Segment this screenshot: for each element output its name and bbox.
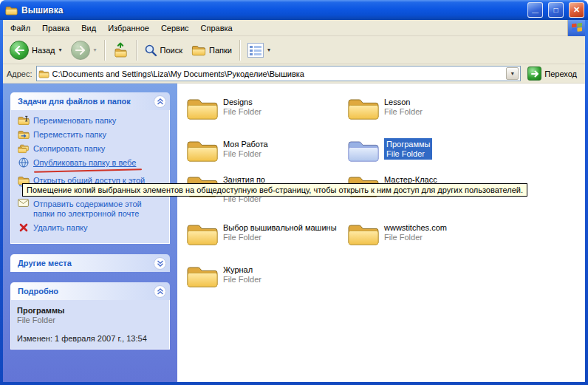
delete-x-icon [17, 222, 30, 233]
go-arrow-icon [527, 67, 541, 81]
windows-logo-icon [567, 20, 585, 36]
views-dropdown-icon[interactable]: ▾ [267, 47, 270, 53]
file-programmy-selected[interactable]: ПрограммыFile Folder [347, 138, 504, 163]
maximize-button[interactable]: □ [548, 2, 564, 18]
window-client-area: Файл Правка Вид Избранное Сервис Справка [3, 20, 585, 382]
task-pane: Задачи для файлов и папок Переименовать … [3, 84, 177, 382]
title-bar[interactable]: Вышивка — □ ✕ [0, 0, 588, 20]
menu-help[interactable]: Справка [195, 21, 239, 35]
address-folder-icon [38, 69, 49, 78]
back-icon [10, 41, 29, 60]
folder-icon [186, 222, 219, 247]
window-title: Вышивка [21, 5, 522, 16]
tasks-section-title: Задачи для файлов и папок [18, 97, 131, 106]
folder-icon [186, 96, 219, 121]
main-area: Задачи для файлов и папок Переименовать … [3, 84, 585, 382]
menu-tools[interactable]: Сервис [155, 21, 195, 35]
toolbar-separator [239, 40, 240, 61]
menu-view[interactable]: Вид [75, 21, 102, 35]
other-places-title: Другие места [18, 259, 72, 268]
folder-icon-selected [347, 138, 380, 163]
file-zhurnal[interactable]: ЖурналFile Folder [186, 264, 343, 289]
views-icon [247, 43, 264, 58]
task-email-folder[interactable]: Отправить содержимое этой папки по элект… [17, 200, 165, 219]
address-bar: Адрес: C:\Documents and Settings\Liza\My… [3, 64, 585, 84]
red-underline-annotation [34, 168, 142, 173]
address-input[interactable]: C:\Documents and Settings\Liza\My Docume… [36, 66, 522, 81]
folders-label: Папки [209, 46, 232, 55]
folder-icon [347, 222, 380, 247]
details-header[interactable]: Подробно [10, 282, 170, 300]
section-other-places: Другие места [10, 254, 170, 272]
toolbar-separator [104, 40, 105, 61]
toolbar-separator [136, 40, 137, 61]
section-details: Подробно Программы File Folder Изменен: … [10, 282, 170, 350]
file-designs[interactable]: DesignsFile Folder [186, 96, 343, 121]
address-path: C:\Documents and Settings\Liza\My Docume… [52, 69, 504, 78]
folders-icon [191, 44, 206, 56]
views-button[interactable]: ▾ [244, 41, 274, 60]
up-button[interactable] [109, 40, 132, 60]
folders-button[interactable]: Папки [188, 42, 236, 58]
toolbar: Назад ▾ ▾ [3, 36, 585, 64]
folder-icon [186, 264, 219, 289]
details-item-modified: Изменен: 1 февраля 2007 г., 13:54 [17, 334, 165, 343]
move-folder-icon [17, 129, 30, 140]
back-dropdown-icon[interactable]: ▾ [59, 47, 62, 53]
menu-edit[interactable]: Правка [36, 21, 75, 35]
back-label: Назад [32, 46, 55, 55]
email-icon [17, 199, 30, 207]
details-body: Программы File Folder Изменен: 1 февраля… [10, 300, 170, 350]
window-folder-icon [5, 5, 18, 16]
close-button[interactable]: ✕ [569, 2, 584, 18]
task-delete-folder[interactable]: Удалить папку [17, 223, 165, 233]
go-button[interactable]: Переход [524, 67, 581, 81]
file-lesson[interactable]: LessonFile Folder [347, 96, 504, 121]
address-label: Адрес: [7, 69, 33, 78]
folder-up-icon [112, 42, 129, 58]
details-item-type: File Folder [17, 316, 165, 324]
tasks-section-body: Переименовать папку Переместить папку [10, 110, 170, 244]
folder-icon [347, 96, 380, 121]
forward-dropdown-icon: ▾ [94, 47, 97, 53]
menu-file[interactable]: Файл [4, 21, 36, 35]
collapse-chevron-icon[interactable] [154, 95, 166, 108]
forward-icon [71, 41, 90, 60]
file-wwwstitches-com[interactable]: wwwstitches.comFile Folder [347, 222, 504, 247]
copy-folder-icon [17, 143, 30, 154]
minimize-button[interactable]: — [527, 2, 543, 18]
forward-button[interactable]: ▾ [67, 38, 100, 62]
go-label: Переход [544, 69, 577, 78]
file-list-area[interactable]: DesignsFile Folder LessonFile Folder Моя… [177, 84, 585, 382]
tooltip: Помещение копий выбранных элементов на о… [22, 183, 527, 197]
expand-chevron-icon[interactable] [154, 257, 166, 270]
globe-icon [17, 157, 30, 168]
search-label: Поиск [160, 46, 182, 55]
rename-folder-icon [17, 115, 30, 126]
search-icon [144, 44, 157, 57]
menu-favorites[interactable]: Избранное [102, 21, 155, 35]
task-rename-folder[interactable]: Переименовать папку [17, 116, 165, 126]
section-file-folder-tasks: Задачи для файлов и папок Переименовать … [10, 92, 170, 244]
back-button[interactable]: Назад ▾ [6, 38, 66, 62]
details-item-name: Программы [17, 306, 165, 315]
task-move-folder[interactable]: Переместить папку [17, 130, 165, 140]
tasks-section-header[interactable]: Задачи для файлов и папок [10, 92, 170, 110]
collapse-chevron-icon[interactable] [154, 285, 166, 298]
file-moya-rabota[interactable]: Моя РаботаFile Folder [186, 138, 343, 163]
other-places-header[interactable]: Другие места [10, 254, 170, 272]
file-vybor-vyshivalnoy-mashiny[interactable]: Выбор вышивальной машиныFile Folder [186, 222, 343, 247]
folder-icon [186, 138, 219, 163]
search-button[interactable]: Поиск [140, 41, 186, 59]
task-copy-folder[interactable]: Скопировать папку [17, 144, 165, 154]
address-dropdown-button[interactable]: ▾ [506, 67, 519, 80]
menu-bar: Файл Правка Вид Избранное Сервис Справка [3, 20, 585, 36]
details-title: Подробно [18, 287, 58, 296]
task-publish-folder-web[interactable]: Опубликовать папку в вебе [17, 158, 165, 168]
explorer-window: Вышивка — □ ✕ Файл Правка Вид Избранное … [0, 0, 588, 385]
